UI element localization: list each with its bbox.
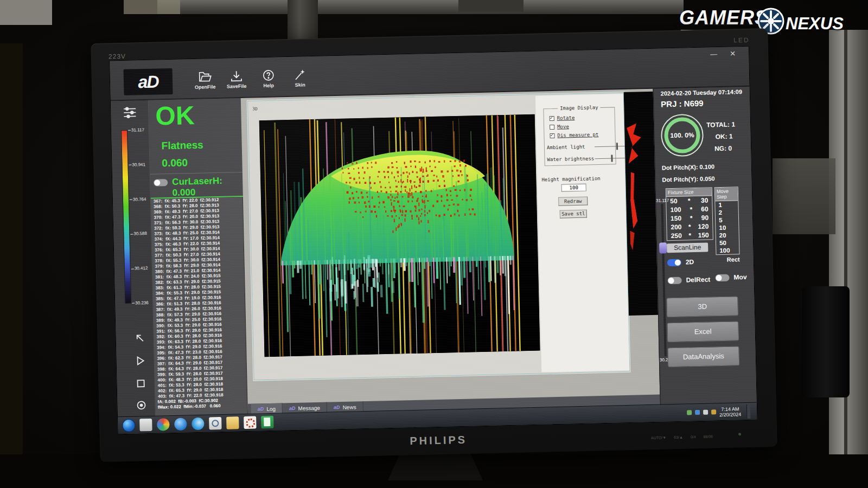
- result-status: OK: [155, 100, 195, 131]
- ambient-light-slider[interactable]: Ambient light: [547, 143, 628, 150]
- action-button[interactable]: DataAnalysis: [667, 346, 739, 367]
- taskbar-pinwheel-icon[interactable]: [157, 418, 170, 431]
- background-door-edge: [0, 43, 23, 488]
- height-range-slider[interactable]: [661, 203, 666, 356]
- move-step-row[interactable]: 20: [716, 231, 739, 239]
- move-step-header: Move Step: [715, 187, 738, 201]
- slider-handle[interactable]: [659, 242, 667, 253]
- app-main: 31.11730.94130.76430.58830.41230.236: [111, 87, 758, 418]
- move-step-row[interactable]: 50: [716, 239, 739, 247]
- workspace: 3D Image Display Rotat: [241, 89, 660, 415]
- color-scale-tick: 30.236: [132, 300, 152, 306]
- render-overflow-strip: [624, 92, 658, 316]
- move-step-row[interactable]: 10: [716, 223, 738, 232]
- skin-button[interactable]: Skin: [285, 68, 316, 88]
- taskbar-red-gear-icon[interactable]: [244, 416, 257, 429]
- color-scale-tick: 30.412: [131, 266, 152, 271]
- color-scale-tick: 31.117: [128, 127, 149, 133]
- background-rail-groove: [844, 30, 847, 488]
- group-title: Image Display: [558, 105, 601, 111]
- right-control-panel: 2024-02-20 Tuesday 07:14:09 PRJ : N699 1…: [653, 87, 758, 406]
- slider-handle[interactable]: [616, 143, 618, 150]
- osd-label[interactable]: 88/06: [704, 434, 713, 438]
- display-checkbox[interactable]: Rotate: [550, 115, 575, 121]
- divider: [150, 172, 242, 175]
- color-scale-tick: 30.588: [130, 231, 151, 236]
- taskbar-browser-icon[interactable]: [174, 418, 187, 431]
- help-icon: [253, 69, 284, 81]
- image-display-group: Image Display Rotate Move: [543, 107, 616, 166]
- window-close-button[interactable]: ✕: [730, 49, 736, 57]
- stop-tool-icon[interactable]: [135, 378, 146, 389]
- action-button[interactable]: 3D: [666, 296, 738, 317]
- openfile-button[interactable]: OpenFile: [190, 70, 221, 90]
- taskbar-excel-icon[interactable]: [261, 416, 274, 429]
- checkbox-icon[interactable]: [550, 124, 554, 129]
- redraw-button[interactable]: Redraw: [558, 197, 588, 206]
- savefile-button[interactable]: SaveFile: [221, 70, 252, 89]
- app-mini-logo-icon: aD: [289, 406, 296, 411]
- monitor: 223V LED — ✕ aD OpenFile SaveFile Hel: [91, 28, 777, 462]
- move-step-row[interactable]: 5: [716, 216, 738, 224]
- play-tool-icon[interactable]: [135, 355, 145, 366]
- curlaser-row: CurLaserH:: [154, 176, 222, 188]
- toggle-delrect-row: DelRect: [667, 275, 710, 284]
- checkbox-icon[interactable]: [550, 115, 554, 120]
- color-scale-ticks: 31.11730.94130.76430.58830.41230.236: [128, 127, 152, 306]
- tray-icon[interactable]: [695, 410, 700, 415]
- surface-3d-render[interactable]: [259, 114, 540, 357]
- window-minimize-button[interactable]: —: [710, 50, 717, 58]
- fixture-size-row[interactable]: 50 * 30: [666, 196, 712, 206]
- scanline-button[interactable]: ScanLine: [667, 243, 708, 253]
- taskbar-browser2-icon[interactable]: [192, 418, 205, 431]
- system-tray: 7:14 AM 2/20/2024: [687, 404, 755, 420]
- move-step-row[interactable]: 100: [716, 246, 739, 254]
- fixture-size-row[interactable]: 150 * 90: [667, 213, 712, 223]
- taskbar-magnifier-icon[interactable]: [209, 417, 222, 430]
- tray-icon[interactable]: [687, 410, 692, 415]
- rect-label[interactable]: Rect: [727, 256, 740, 263]
- target-tool-icon[interactable]: [136, 400, 146, 410]
- tray-icon[interactable]: [703, 410, 708, 415]
- tray-icon[interactable]: [711, 409, 716, 414]
- curlaser-toggle[interactable]: [154, 179, 168, 187]
- start-button-icon[interactable]: [122, 419, 136, 432]
- slider-handle[interactable]: [611, 155, 612, 162]
- help-button[interactable]: Help: [253, 69, 284, 88]
- display-checkbox[interactable]: Move: [550, 124, 569, 130]
- fixture-size-row[interactable]: 200 * 120: [667, 222, 712, 232]
- taskbar-folder-icon[interactable]: [226, 416, 239, 429]
- background-highlight: [124, 0, 180, 14]
- fixture-size-rows: 50 * 30 100 * 60 150 * 90: [666, 196, 713, 240]
- pass-rate-gauge: 100. 0%: [661, 114, 704, 157]
- display-settings-icon[interactable]: [123, 106, 137, 119]
- toggle-mov[interactable]: [715, 274, 729, 281]
- tray-clock[interactable]: 7:14 AM 2/20/2024: [719, 406, 741, 418]
- openfile-icon: [190, 70, 220, 83]
- show-desktop-button[interactable]: [746, 404, 751, 418]
- taskbar-app-icon[interactable]: [139, 419, 152, 432]
- height-magnification-input[interactable]: [561, 184, 586, 192]
- save-stl-button[interactable]: Save stl: [560, 210, 587, 219]
- measurement-log[interactable]: 367: fX: 45.3 fY: 22.0 fZ:30.912368: fX:…: [151, 197, 248, 417]
- water-brightness-slider[interactable]: Water brightness: [547, 155, 628, 162]
- fixture-size-row[interactable]: 100 * 60: [666, 204, 712, 214]
- display-checkbox[interactable]: Dis measure pt: [550, 132, 598, 138]
- move-step-row[interactable]: 1: [715, 201, 738, 209]
- cursor-tool-icon[interactable]: [135, 332, 145, 343]
- toggle-delrect[interactable]: [667, 277, 681, 284]
- osd-label[interactable]: 63/▲: [674, 435, 683, 439]
- move-step-row[interactable]: 2: [716, 208, 738, 216]
- fixture-size-row[interactable]: 250 * 150: [667, 230, 713, 240]
- dot-pitch-y: Dot Pitch(Y): 0.050: [662, 175, 714, 183]
- project-label: PRJ : N699: [661, 99, 704, 109]
- checkbox-icon[interactable]: [550, 133, 554, 138]
- action-button[interactable]: Excel: [667, 321, 739, 342]
- toggle-2d[interactable]: [667, 259, 681, 266]
- ng-count: NG: 0: [714, 144, 732, 152]
- flatness-value: 0.060: [162, 157, 188, 169]
- toggle-mov-row: Mov: [715, 273, 746, 281]
- osd-label[interactable]: 0/4: [691, 435, 696, 439]
- osd-label[interactable]: AUTO/▼: [651, 435, 666, 440]
- power-led: [738, 433, 741, 435]
